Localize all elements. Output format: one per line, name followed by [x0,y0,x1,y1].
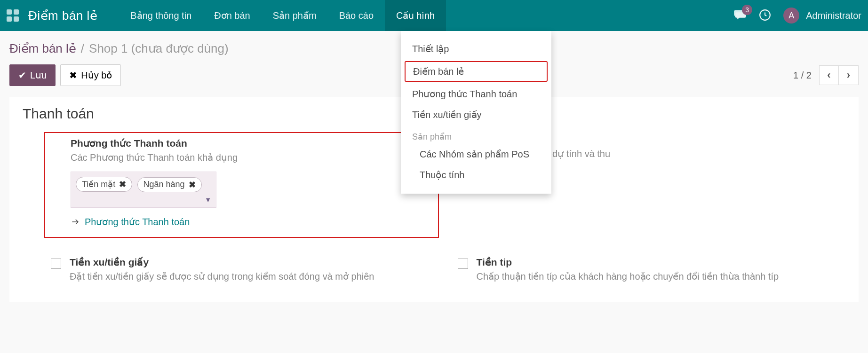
field-desc: Đặt tiền xu/tiền giấy sẽ được sử dụng tr… [70,270,439,283]
messages-badge: 3 [742,5,752,15]
check-icon: ✔ [18,70,26,81]
field-tip: Tiền tip Chấp thuận tiền típ của khách h… [458,257,846,283]
dropdown-item-payment-methods[interactable]: Phương thức Thanh toán [401,84,551,104]
breadcrumb-sep: / [81,41,84,56]
arrow-right-icon [71,217,80,227]
avatar: A [783,8,799,24]
save-button-label: Lưu [30,70,47,81]
pager-next-button[interactable]: › [839,65,859,85]
dropdown-item-settings[interactable]: Thiết lập [401,39,551,59]
cancel-button-label: Hủy bỏ [81,70,112,81]
save-button[interactable]: ✔ Lưu [9,64,56,86]
pager-text: 1 / 2 [793,70,812,81]
messages-icon[interactable]: 3 [733,8,747,23]
nav-reports[interactable]: Báo cáo [328,0,385,31]
field-payment-methods: Phương thức Thanh toán Các Phương thức T… [44,132,439,238]
nav-dashboard[interactable]: Bảng thông tin [119,0,203,31]
link-label: Phương thức Thanh toán [85,216,190,227]
dropdown-section-products: Sản phẩm [401,125,551,144]
app-brand[interactable]: Điểm bán lẻ [28,8,97,23]
nav-products[interactable]: Sản phẩm [262,0,328,31]
close-icon: ✖ [69,70,77,81]
dropdown-item-pos-categories[interactable]: Các Nhóm sản phẩm PoS [401,144,551,165]
pager: 1 / 2 ‹ › [793,65,859,85]
nav-config[interactable]: Cấu hình [385,0,446,31]
tag-bank[interactable]: Ngân hàng ✖ [137,177,202,192]
username: Administrator [806,10,861,21]
apps-icon[interactable] [7,9,19,22]
tag-label: Ngân hàng [143,180,185,189]
tag-cash[interactable]: Tiền mặt ✖ [76,177,132,192]
main-nav: Bảng thông tin Đơn bán Sản phẩm Báo cáo … [119,0,446,31]
field-title: Tiền tip [477,257,846,268]
topbar-right: 3 A Administrator [733,8,861,24]
field-title: Tiền xu/tiền giấy [70,257,439,268]
tag-remove-icon[interactable]: ✖ [119,179,126,189]
dropdown-item-attributes[interactable]: Thuộc tính [401,165,551,185]
activity-icon[interactable] [759,9,771,23]
user-menu[interactable]: A Administrator [783,8,861,24]
field-desc: Chấp thuận tiền típ của khách hàng hoặc … [477,270,846,283]
pager-prev-button[interactable]: ‹ [819,65,839,85]
nav-orders[interactable]: Đơn bán [203,0,262,31]
dropdown-item-pos[interactable]: Điểm bán lẻ [405,61,548,82]
tag-label: Tiền mặt [82,179,115,189]
dropdown-item-coins[interactable]: Tiền xu/tiền giấy [401,104,551,125]
config-dropdown: Thiết lập Điểm bán lẻ Phương thức Thanh … [401,31,551,194]
checkbox[interactable] [51,259,61,269]
field-title: Phương thức Thanh toán [71,138,431,149]
breadcrumb-root[interactable]: Điểm bán lẻ [9,41,76,56]
cancel-button[interactable]: ✖ Hủy bỏ [60,64,121,86]
field-desc: Các Phương thức Thanh toán khả dụng [71,151,431,164]
top-nav: Điểm bán lẻ Bảng thông tin Đơn bán Sản p… [0,0,868,31]
tag-remove-icon[interactable]: ✖ [189,180,196,190]
payment-methods-link[interactable]: Phương thức Thanh toán [71,216,431,227]
field-coins: Tiền xu/tiền giấy Đặt tiền xu/tiền giấy … [51,257,439,283]
chevron-down-icon[interactable]: ▼ [205,196,211,204]
payment-methods-select[interactable]: Tiền mặt ✖ Ngân hàng ✖ ▼ [71,172,216,208]
breadcrumb-current: Shop 1 (chưa được dùng) [89,41,229,56]
checkbox[interactable] [458,259,468,269]
